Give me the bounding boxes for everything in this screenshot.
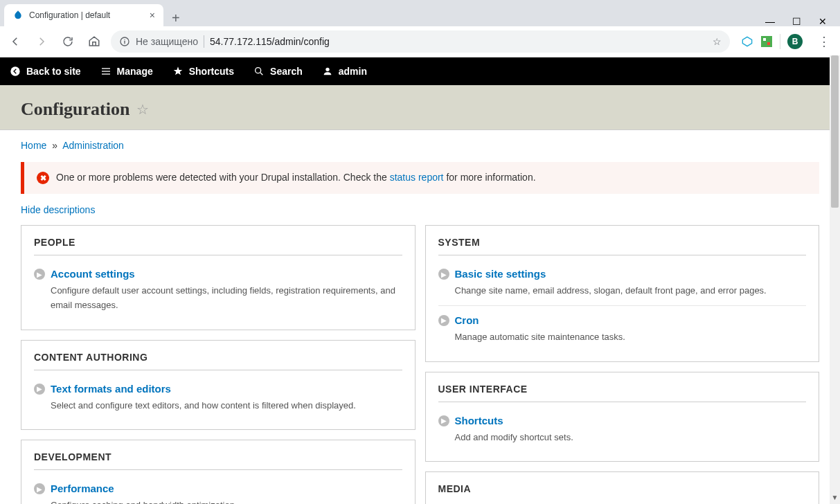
manage-menu[interactable]: Manage: [91, 57, 163, 85]
error-icon: ✖: [37, 172, 49, 184]
extension-icon-1[interactable]: [741, 35, 753, 48]
admin-label: admin: [339, 66, 367, 77]
panel-heading: MEDIA: [438, 479, 807, 497]
search-icon: [253, 66, 265, 77]
panel-people: PEOPLE ▶ Account settings Configure defa…: [21, 225, 415, 330]
status-report-link[interactable]: status report: [390, 172, 444, 183]
browser-toolbar: Не защищено 54.77.172.115/admin/config ☆…: [0, 26, 840, 57]
chevron-circle-icon: ▶: [34, 269, 45, 280]
browser-chrome: Configuration | default × + — ☐ ✕ Не защ…: [0, 0, 840, 57]
home-button[interactable]: [84, 32, 104, 51]
config-link-account-settings[interactable]: Account settings: [51, 268, 135, 280]
panel-heading: USER INTERFACE: [438, 379, 807, 402]
back-circle-icon: [10, 66, 21, 77]
close-tab-icon[interactable]: ×: [150, 10, 155, 21]
scrollbar[interactable]: ▼: [830, 55, 840, 504]
breadcrumb-admin[interactable]: Administration: [62, 140, 124, 151]
chrome-menu-icon[interactable]: ⋮: [814, 34, 834, 49]
minimize-button[interactable]: —: [765, 17, 775, 26]
config-desc: Configure caching and bandwidth optimiza…: [51, 498, 402, 504]
tab-strip: Configuration | default × + — ☐ ✕: [0, 0, 840, 26]
close-window-button[interactable]: ✕: [818, 17, 828, 26]
panel-heading: PEOPLE: [34, 233, 402, 255]
admin-label: Back to site: [26, 66, 81, 77]
maximize-button[interactable]: ☐: [792, 17, 801, 26]
page-star-icon[interactable]: ☆: [136, 101, 149, 118]
chevron-circle-icon: ▶: [438, 415, 449, 426]
breadcrumb: Home » Administration: [21, 140, 819, 151]
panel-item: ▶ Basic site settings Change site name, …: [438, 260, 807, 305]
config-panels: PEOPLE ▶ Account settings Configure defa…: [21, 225, 819, 504]
chevron-circle-icon: ▶: [34, 483, 45, 494]
left-column: PEOPLE ▶ Account settings Configure defa…: [21, 225, 415, 504]
extension-icons: B: [737, 34, 807, 49]
panel-development: DEVELOPMENT ▶ Performance Configure cach…: [21, 440, 415, 504]
panel-heading: DEVELOPMENT: [34, 447, 402, 470]
addr-separator: [204, 35, 204, 48]
profile-badge[interactable]: B: [787, 34, 803, 49]
admin-label: Search: [270, 66, 303, 77]
panel-item: ▶ Performance Configure caching and band…: [34, 474, 402, 504]
page-title: Configuration: [21, 99, 129, 120]
new-tab-button[interactable]: +: [163, 10, 188, 26]
svg-rect-5: [763, 38, 766, 41]
panel-system: SYSTEM ▶ Basic site settings Change site…: [425, 225, 820, 362]
config-link-text-formats[interactable]: Text formats and editors: [51, 383, 171, 395]
panel-heading: SYSTEM: [438, 233, 807, 255]
admin-toolbar: Back to site Manage Shortcuts Search adm…: [0, 57, 840, 85]
hide-descriptions-link[interactable]: Hide descriptions: [21, 204, 95, 215]
extension-icon-2[interactable]: [760, 35, 773, 48]
address-bar[interactable]: Не защищено 54.77.172.115/admin/config ☆: [111, 30, 730, 53]
window-controls: — ☐ ✕: [753, 11, 840, 26]
bookmark-star-icon[interactable]: ☆: [713, 36, 722, 47]
breadcrumb-home[interactable]: Home: [21, 140, 46, 151]
svg-line-12: [260, 73, 262, 75]
config-link-shortcuts[interactable]: Shortcuts: [455, 415, 503, 426]
site-info-icon[interactable]: [119, 36, 130, 47]
star-icon: [172, 66, 184, 77]
breadcrumb-sep: »: [52, 140, 57, 151]
page-header: Configuration ☆: [0, 85, 840, 130]
error-message: ✖ One or more problems were detected wit…: [21, 162, 819, 194]
panel-item: ▶ Cron Manage automatic site maintenance…: [438, 305, 807, 352]
right-column: SYSTEM ▶ Basic site settings Change site…: [425, 225, 820, 504]
svg-rect-6: [767, 42, 770, 45]
panel-media: MEDIA: [425, 471, 820, 504]
url-text: 54.77.172.115/admin/config: [210, 36, 330, 47]
scroll-down-icon[interactable]: ▼: [830, 492, 840, 503]
svg-point-11: [256, 68, 261, 73]
drupal-favicon: [12, 10, 24, 21]
config-link-performance[interactable]: Performance: [51, 483, 114, 494]
tab-title: Configuration | default: [29, 10, 110, 20]
search-menu[interactable]: Search: [244, 57, 312, 85]
svg-point-7: [10, 66, 19, 75]
security-status: Не защищено: [136, 36, 198, 47]
panel-item: ▶ Shortcuts Add and modify shortcut sets…: [438, 406, 807, 452]
error-post: for more information.: [444, 172, 536, 183]
error-text: One or more problems were detected with …: [56, 172, 536, 183]
config-desc: Manage automatic site maintenance tasks.: [455, 330, 807, 345]
forward-button[interactable]: [32, 32, 51, 51]
config-link-basic-site[interactable]: Basic site settings: [455, 268, 546, 280]
chevron-circle-icon: ▶: [34, 384, 45, 395]
config-desc: Configure default user account settings,…: [51, 284, 402, 313]
admin-label: Shortcuts: [189, 66, 234, 77]
toolbar-separator: [780, 34, 780, 49]
chevron-circle-icon: ▶: [438, 269, 449, 280]
back-button[interactable]: [6, 32, 25, 51]
panel-item: ▶ Account settings Configure default use…: [34, 260, 402, 320]
hamburger-icon: [100, 66, 111, 77]
browser-tab[interactable]: Configuration | default ×: [4, 4, 163, 26]
back-to-site[interactable]: Back to site: [0, 57, 91, 85]
scrollbar-thumb[interactable]: [831, 55, 839, 208]
reload-button[interactable]: [58, 32, 78, 51]
chevron-circle-icon: ▶: [438, 315, 449, 326]
user-menu[interactable]: admin: [312, 57, 377, 85]
admin-label: Manage: [117, 66, 153, 77]
error-pre: One or more problems were detected with …: [56, 172, 390, 183]
svg-rect-4: [761, 36, 772, 47]
config-link-cron[interactable]: Cron: [455, 314, 479, 326]
content-area: Home » Administration ✖ One or more prob…: [0, 130, 840, 504]
panel-item: ▶ Text formats and editors Select and co…: [34, 375, 402, 420]
shortcuts-menu[interactable]: Shortcuts: [163, 57, 244, 85]
